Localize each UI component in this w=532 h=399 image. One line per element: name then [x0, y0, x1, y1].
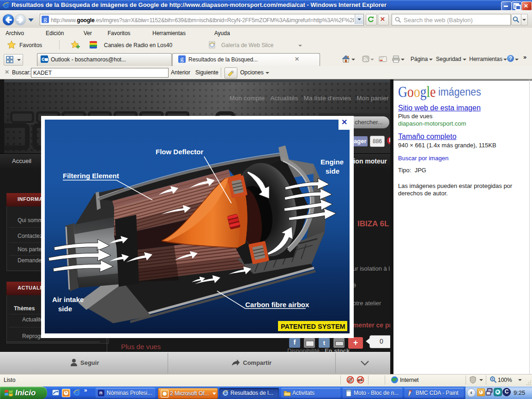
svg-text:PATENTED SYSTEM: PATENTED SYSTEM: [281, 323, 345, 330]
svg-text:side: side: [326, 167, 339, 175]
svg-text:Air intake: Air intake: [52, 296, 84, 303]
svg-text:side: side: [58, 305, 72, 313]
svg-text:Flow Deflector: Flow Deflector: [156, 148, 204, 156]
svg-text:Carbon fibre airbox: Carbon fibre airbox: [245, 301, 309, 308]
svg-text:Engine: Engine: [320, 158, 344, 166]
svg-text:Filtering Element: Filtering Element: [63, 172, 119, 180]
